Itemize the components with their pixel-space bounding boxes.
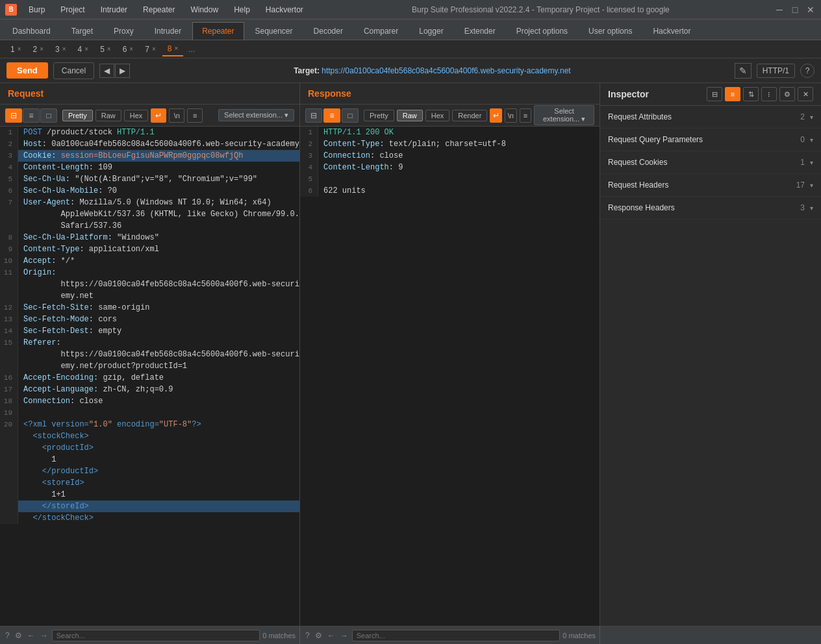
tab-extender[interactable]: Extender	[455, 22, 505, 40]
response-search-input[interactable]	[352, 630, 561, 641]
req-tab-raw[interactable]: Raw	[95, 110, 121, 121]
main-content: Request ⊟ ≡ □ Pretty Raw Hex ↵ \n ≡ Sele…	[0, 83, 821, 626]
minimize-button[interactable]: ─	[774, 5, 785, 15]
inspector-cols-btn[interactable]: ≡	[725, 87, 740, 101]
help-button[interactable]: ?	[800, 64, 815, 78]
inspector-section-req-query[interactable]: Request Query Parameters 0 ▾	[600, 129, 821, 151]
tab-user-options[interactable]: User options	[579, 22, 642, 40]
inspector-sort-btn[interactable]: ⇅	[743, 87, 759, 101]
request-matches-text: 0 matches	[262, 632, 296, 639]
request-code-area[interactable]: 1 POST /product/stock HTTP/1.1 2 Host: 0…	[0, 127, 299, 626]
resp-btn-menu[interactable]: ≡	[520, 108, 532, 123]
resp-tab-raw[interactable]: Raw	[397, 110, 423, 121]
inspector-section-req-attrs[interactable]: Request Attributes 2 ▾	[600, 106, 821, 129]
tab-dashboard[interactable]: Dashboard	[3, 22, 60, 40]
resp-view-col[interactable]: ≡	[323, 108, 340, 123]
subtab-4[interactable]: 4 ×	[73, 43, 94, 56]
subtab-6-close[interactable]: ×	[129, 45, 133, 53]
subtab-2-close[interactable]: ×	[40, 45, 44, 53]
menu-project[interactable]: Project	[57, 4, 88, 16]
inspector-section-req-headers[interactable]: Request Headers 17 ▾	[600, 174, 821, 197]
inspector-split-btn[interactable]: ⫶	[761, 87, 777, 101]
request-panel-header: Request	[0, 83, 299, 105]
subtab-5[interactable]: 5 ×	[95, 43, 116, 56]
inspector-section-req-cookies[interactable]: Request Cookies 1 ▾	[600, 151, 821, 174]
resp-view-split[interactable]: ⊟	[305, 108, 322, 123]
subtab-8[interactable]: 8 ×	[162, 42, 184, 56]
tab-project-options[interactable]: Project options	[507, 22, 577, 40]
subtab-6[interactable]: 6 ×	[118, 43, 139, 56]
inspector-grid-btn[interactable]: ⊟	[707, 87, 722, 101]
resp-btn-newline[interactable]: ↵	[490, 108, 502, 123]
req-btn-format[interactable]: \n	[169, 108, 184, 123]
req-tab-hex[interactable]: Hex	[124, 110, 149, 121]
nav-next-button[interactable]: ▶	[115, 64, 130, 78]
resp-view-full[interactable]: □	[342, 108, 359, 123]
request-xml-stockcheck-open: <stockCheck>	[0, 430, 299, 442]
window-controls: ─ □ ✕	[774, 5, 816, 15]
req-view-split[interactable]: ⊟	[5, 108, 22, 123]
menu-help[interactable]: Help	[230, 4, 254, 16]
tab-decoder[interactable]: Decoder	[304, 22, 353, 40]
req-btn-menu[interactable]: ≡	[187, 108, 203, 123]
req-search-help[interactable]: ?	[4, 631, 11, 640]
subtab-3-close[interactable]: ×	[62, 45, 66, 53]
request-search-input[interactable]	[52, 630, 260, 641]
inspector-req-cookies-chevron: ▾	[810, 159, 813, 166]
resp-select-ext-button[interactable]: Select extension... ▾	[534, 105, 594, 125]
tab-repeater[interactable]: Repeater	[192, 22, 244, 40]
req-search-next[interactable]: →	[39, 631, 49, 640]
response-code-area[interactable]: 1 HTTP/1.1 200 OK 2 Content-Type: text/p…	[300, 127, 600, 626]
menu-intruder[interactable]: Intruder	[97, 4, 131, 16]
request-toolbar: ⊟ ≡ □ Pretty Raw Hex ↵ \n ≡ Select exten…	[0, 105, 299, 127]
menu-repeater[interactable]: Repeater	[139, 4, 179, 16]
subtab-5-close[interactable]: ×	[107, 45, 111, 53]
req-select-ext-button[interactable]: Select extension... ▾	[218, 109, 294, 121]
subtab-2[interactable]: 2 ×	[28, 43, 49, 56]
inspector-section-resp-headers[interactable]: Response Headers 3 ▾	[600, 197, 821, 219]
tab-intruder[interactable]: Intruder	[145, 22, 191, 40]
resp-tab-hex[interactable]: Hex	[425, 110, 450, 121]
cancel-button[interactable]: Cancel	[53, 62, 94, 79]
subtab-7-close[interactable]: ×	[152, 45, 156, 53]
subtab-4-close[interactable]: ×	[84, 45, 88, 53]
menu-hackvertor[interactable]: Hackvertor	[262, 4, 307, 16]
tab-proxy[interactable]: Proxy	[104, 22, 144, 40]
request-line-7: 7 User-Agent: Mozilla/5.0 (Windows NT 10…	[0, 197, 299, 232]
resp-search-help[interactable]: ?	[304, 631, 311, 640]
resp-tab-pretty[interactable]: Pretty	[364, 110, 394, 121]
response-line-4: 4 Content-Length: 9	[300, 162, 600, 173]
subtab-1-close[interactable]: ×	[18, 45, 21, 53]
subtab-8-close[interactable]: ×	[174, 45, 178, 52]
resp-search-next[interactable]: →	[339, 631, 349, 640]
tab-logger[interactable]: Logger	[409, 22, 453, 40]
edit-target-button[interactable]: ✎	[735, 63, 752, 79]
maximize-button[interactable]: □	[790, 5, 800, 15]
req-tab-pretty[interactable]: Pretty	[62, 110, 93, 121]
menu-burp[interactable]: Burp	[25, 4, 49, 16]
subtab-3[interactable]: 3 ×	[50, 43, 71, 56]
subtab-7[interactable]: 7 ×	[140, 43, 161, 56]
req-btn-newline[interactable]: ↵	[151, 108, 166, 123]
nav-prev-button[interactable]: ◀	[99, 64, 114, 78]
tab-hackvertor[interactable]: Hackvertor	[643, 22, 700, 40]
http-version-button[interactable]: HTTP/1	[757, 64, 795, 78]
inspector-settings-btn[interactable]: ⚙	[779, 87, 795, 101]
resp-tab-render[interactable]: Render	[452, 110, 487, 121]
resp-btn-format[interactable]: \n	[505, 108, 517, 123]
subtab-1[interactable]: 1 ×	[5, 43, 27, 56]
tab-comparer[interactable]: Comparer	[354, 22, 408, 40]
tab-sequencer[interactable]: Sequencer	[246, 22, 303, 40]
more-tabs[interactable]: ...	[184, 43, 199, 56]
req-view-full[interactable]: □	[40, 108, 57, 123]
req-view-col[interactable]: ≡	[23, 108, 40, 123]
close-button[interactable]: ✕	[805, 5, 816, 15]
resp-search-prev[interactable]: ←	[326, 631, 336, 640]
menu-window[interactable]: Window	[186, 4, 222, 16]
tab-target[interactable]: Target	[62, 22, 103, 40]
req-search-settings[interactable]: ⚙	[14, 631, 23, 640]
req-search-prev[interactable]: ←	[26, 631, 36, 640]
send-button[interactable]: Send	[6, 62, 48, 79]
resp-search-settings[interactable]: ⚙	[314, 631, 323, 640]
inspector-close-btn[interactable]: ✕	[798, 87, 813, 101]
